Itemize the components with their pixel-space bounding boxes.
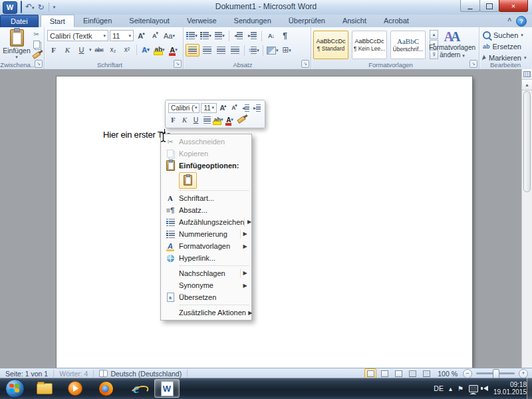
styles-dialog-launcher[interactable]: ↘	[469, 60, 477, 68]
outline-view-button[interactable]	[406, 368, 418, 378]
sort-button[interactable]: A↓	[265, 30, 277, 41]
word-count[interactable]: Wörter: 4	[54, 370, 94, 377]
mini-size-dropdown-icon[interactable]: ▾	[211, 105, 214, 110]
zoom-level[interactable]: 100 %	[434, 370, 461, 378]
print-layout-view-button[interactable]	[364, 368, 376, 378]
help-icon[interactable]: ?	[516, 16, 527, 27]
align-center-button[interactable]	[201, 45, 213, 56]
menu-item-lookup[interactable]: Nachschlagen ▶	[162, 267, 251, 279]
mini-underline-button[interactable]: U	[191, 115, 201, 125]
find-dropdown-icon[interactable]: ▾	[521, 33, 523, 38]
mini-font-color-button[interactable]: A▾	[225, 115, 235, 125]
grow-font-button[interactable]: A▴	[135, 30, 148, 41]
menu-item-hyperlink[interactable]: Hyperlink...	[162, 252, 251, 264]
tab-start[interactable]: Start	[41, 15, 74, 27]
tray-clock[interactable]: 09:18 19.01.2015	[493, 381, 527, 396]
shading-dropdown-icon[interactable]: ▾	[276, 48, 279, 53]
paste-button[interactable]: Einfügen ▾	[3, 29, 30, 61]
web-layout-view-button[interactable]	[392, 368, 404, 378]
show-desktop-button[interactable]	[527, 378, 532, 399]
style-heading1[interactable]: AaBbC Überschrif...	[390, 31, 426, 59]
mini-font-size-combobox[interactable]: 11 ▾	[201, 103, 217, 113]
mini-highlight-button[interactable]: ab▾	[213, 115, 223, 125]
menu-item-copy[interactable]: Kopieren	[162, 148, 251, 160]
scroll-up-button[interactable]: ▲	[522, 80, 532, 90]
tab-einfuegen[interactable]: Einfügen	[74, 15, 120, 27]
align-right-button[interactable]	[215, 45, 227, 56]
align-left-button[interactable]	[186, 44, 200, 57]
maximize-button[interactable]	[479, 0, 499, 12]
change-case-dropdown-icon[interactable]: ▾	[172, 33, 175, 39]
zoom-in-button[interactable]: +	[519, 369, 528, 378]
zoom-out-button[interactable]: −	[463, 369, 472, 378]
network-icon[interactable]	[469, 385, 478, 392]
paste-dropdown-icon[interactable]: ▾	[15, 55, 18, 60]
taskbar-explorer-button[interactable]	[32, 379, 57, 398]
proofing-status[interactable]: Deutsch (Deutschland)	[94, 370, 188, 377]
font-name-combobox[interactable]: Calibri (Textk ▾	[47, 30, 108, 41]
tab-datei[interactable]: Datei	[0, 15, 39, 27]
minimize-button[interactable]: ▁	[460, 0, 480, 12]
font-name-dropdown-icon[interactable]: ▾	[103, 33, 106, 39]
underline-button[interactable]: U	[75, 44, 88, 55]
mini-italic-button[interactable]: K	[180, 115, 190, 125]
font-color-button[interactable]: A▾	[168, 44, 180, 55]
menu-item-font[interactable]: A Schriftart...	[162, 192, 251, 204]
vertical-scrollbar[interactable]: ▲	[521, 69, 532, 368]
mini-center-button[interactable]	[202, 115, 212, 125]
show-hidden-icons-button[interactable]: ▴	[449, 385, 452, 392]
scrollbar-thumb[interactable]	[523, 91, 531, 192]
tab-sendungen[interactable]: Sendungen	[225, 15, 280, 27]
copy-button[interactable]	[31, 40, 41, 49]
bullets-button[interactable]: ▾	[186, 30, 198, 41]
change-styles-button[interactable]: AA Formatvorlagen ändern ▾	[430, 29, 475, 64]
style-standard[interactable]: AaBbCcDc ¶ Standard	[313, 31, 348, 59]
paragraph-dialog-launcher[interactable]: ↘	[301, 60, 309, 68]
draft-view-button[interactable]	[420, 368, 432, 378]
taskbar-firefox-button[interactable]	[93, 379, 118, 398]
volume-icon[interactable]	[483, 386, 488, 391]
numbering-button[interactable]: ▾	[200, 30, 212, 41]
taskbar-internet-explorer-button[interactable]: e	[124, 379, 149, 398]
menu-item-synonyms[interactable]: Synonyme ▶	[162, 279, 251, 291]
multilevel-dropdown-icon[interactable]: ▾	[222, 33, 225, 39]
tab-acrobat[interactable]: Acrobat	[375, 15, 418, 27]
menu-item-translate[interactable]: a Übersetzen	[162, 291, 251, 303]
paste-keep-source-formatting-button[interactable]	[179, 172, 197, 189]
borders-button[interactable]: ⊞▾	[281, 45, 293, 56]
highlight-button[interactable]: ab▾	[154, 44, 166, 55]
mini-font-color-dropdown-icon[interactable]: ▾	[231, 117, 233, 122]
close-button[interactable]: ×	[499, 0, 528, 12]
tab-verweise[interactable]: Verweise	[178, 15, 225, 27]
strikethrough-button[interactable]: abc	[93, 44, 106, 55]
font-color-dropdown-icon[interactable]: ▾	[175, 47, 178, 53]
select-dropdown-icon[interactable]: ▾	[524, 55, 527, 61]
mini-decrease-indent-button[interactable]: ◂	[241, 103, 251, 113]
mini-increase-indent-button[interactable]: ▸	[252, 103, 262, 113]
page-indicator[interactable]: Seite: 1 von 1	[0, 370, 54, 377]
font-size-combobox[interactable]: 11 ▾	[110, 30, 134, 41]
menu-item-cut[interactable]: ✂ Ausschneiden	[162, 136, 251, 148]
tab-ueberpruefen[interactable]: Überprüfen	[280, 15, 334, 27]
text-effects-dropdown-icon[interactable]: ▾	[147, 47, 150, 53]
taskbar-media-player-button[interactable]	[63, 379, 88, 398]
shrink-font-button[interactable]: A▾	[149, 30, 162, 41]
menu-item-numbering[interactable]: Nummerierung ▶	[162, 228, 251, 240]
font-dialog-launcher[interactable]: ↘	[174, 60, 182, 68]
tab-seitenlayout[interactable]: Seitenlayout	[120, 15, 178, 27]
mini-format-painter-button[interactable]	[236, 115, 246, 125]
ruler-toggle-button[interactable]	[522, 69, 532, 80]
line-spacing-button[interactable]: ↕▾	[247, 45, 260, 56]
line-spacing-dropdown-icon[interactable]: ▾	[257, 48, 259, 53]
mini-grow-font-button[interactable]: A▴	[218, 103, 228, 113]
multilevel-list-button[interactable]: ▾	[213, 30, 226, 41]
show-hide-paragraph-button[interactable]: ¶	[279, 30, 291, 41]
subscript-button[interactable]: x₂	[107, 44, 120, 55]
increase-indent-button[interactable]: ▸	[246, 30, 259, 41]
italic-button[interactable]: K	[61, 44, 74, 55]
minimize-ribbon-icon[interactable]: ^	[507, 17, 511, 25]
superscript-button[interactable]: x²	[121, 44, 134, 55]
change-case-button[interactable]: Aa▾	[163, 30, 176, 41]
decrease-indent-button[interactable]: ◂	[232, 30, 245, 41]
mini-font-dropdown-icon[interactable]: ▾	[195, 105, 198, 110]
